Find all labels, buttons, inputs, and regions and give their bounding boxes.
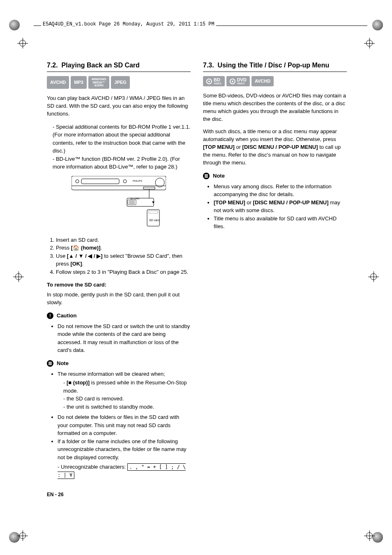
svg-rect-6 (143, 187, 155, 189)
remove-sd-text: In stop mode, gently push in the SD card… (47, 291, 191, 307)
list-item: BD-Live™ function (BD-ROM ver. 2 Profile… (53, 155, 191, 171)
badge-dvd: DVDVIDEO (226, 76, 250, 86)
note-heading: Note (47, 360, 191, 367)
print-mark-icon (9, 20, 20, 30)
title-rule (203, 72, 347, 72)
section-number: 7.3. (203, 62, 214, 69)
print-mark-icon (372, 20, 383, 30)
note-text: If a folder or file name includes one of… (58, 438, 187, 460)
remove-sd-title: To remove the SD card: (47, 282, 191, 288)
note-heading: Note (203, 173, 347, 179)
footer-sep: - (54, 492, 58, 497)
format-badges: BDVIDEO DVDVIDEO AVCHD (203, 76, 347, 86)
list-item: Title menu is also available for SD card… (214, 215, 347, 231)
list-item: Use [▲ / ▼ / ◀ / ▶] to select "Browse SD… (56, 252, 191, 268)
svg-rect-17 (149, 211, 158, 213)
badge-avchd: AVCHD (251, 76, 274, 86)
registration-mark-icon (364, 530, 375, 541)
svg-text:SD CARD: SD CARD (130, 197, 140, 200)
title-rule (47, 72, 191, 72)
caution-icon: ! (47, 312, 53, 319)
registration-mark-icon (17, 38, 28, 49)
note-list: Menus vary among discs. Refer to the inf… (203, 183, 347, 231)
registration-mark-icon (364, 38, 375, 49)
section-number: 7.2. (47, 62, 58, 69)
svg-rect-0 (71, 176, 166, 190)
steps-list: Insert an SD card. Press [🏠 (home)]. Use… (47, 236, 191, 276)
list-item: Special additional contents for BD-ROM P… (53, 123, 191, 155)
section-heading: Using the Title / Disc / Pop-up Menu (218, 62, 330, 69)
list-item: Do not delete the folders or files in th… (58, 413, 191, 437)
note-icon (47, 360, 53, 367)
bold-text: [TOP MENU] (203, 144, 235, 150)
section-heading: Playing Back an SD Card (62, 62, 140, 69)
list-item: Insert an SD card. (56, 236, 191, 244)
list-item: The resume information will be cleared w… (58, 370, 191, 411)
registration-mark-icon (13, 271, 24, 282)
note-icon (203, 173, 210, 179)
badge-jpeg: JPEG (111, 76, 129, 89)
format-badges: AVCHD MP3 WINDOWSMEDIA™AUDIO JPEG (47, 76, 191, 89)
badge-wma: WINDOWSMEDIA™AUDIO (88, 76, 109, 89)
list-item: the unit is switched to standby mode. (63, 403, 191, 411)
intro-text: You can play back AVCHD / MP3 / WMA / JP… (47, 95, 191, 118)
badge-mp3: MP3 (71, 76, 87, 89)
note-label: Note (57, 360, 69, 366)
caution-label: Caution (57, 312, 76, 319)
list-item: Follow steps 2 to 3 in "Playing Back a D… (56, 268, 191, 276)
svg-point-1 (76, 180, 79, 183)
list-item: [TOP MENU] or [DISC MENU / POP-UP MENU] … (214, 199, 347, 215)
disc-icon (230, 79, 235, 84)
registration-mark-icon (17, 530, 28, 541)
list-item: If a folder or file name includes one of… (58, 437, 191, 479)
footer-page: 26 (58, 492, 63, 497)
note-list: The resume information will be cleared w… (47, 370, 191, 479)
unrecognizable-label: - Unrecognizable characters: (58, 464, 127, 470)
list-item: [■ (stop)] is pressed while in the Resum… (63, 379, 191, 395)
right-column: 7.3. Using the Title / Disc / Pop-up Men… (203, 62, 347, 484)
list-item: Do not remove the SD card or switch the … (58, 322, 191, 354)
text: or (235, 144, 242, 150)
left-column: 7.2. Playing Back an SD Card AVCHD MP3 W… (47, 62, 191, 484)
registration-mark-icon (368, 271, 379, 282)
list-item: Press [🏠 (home)]. (56, 244, 191, 252)
bold-text: [DISC MENU / POP-UP MENU] (242, 144, 318, 150)
caution-heading: ! Caution (47, 312, 191, 319)
badge-avchd: AVCHD (47, 76, 69, 89)
list-item: Menus vary among discs. Refer to the inf… (214, 183, 347, 199)
svg-point-3 (123, 180, 127, 183)
page-footer: EN - 26 (47, 492, 64, 497)
section-title: 7.3. Using the Title / Disc / Pop-up Men… (203, 62, 347, 69)
note-label: Note (213, 173, 225, 179)
list-item: the SD card is removed. (63, 395, 191, 403)
svg-text:SD card: SD card (149, 219, 159, 222)
body-text: Some BD-videos, DVD-videos or AVCHD file… (203, 92, 347, 123)
disc-icon (206, 79, 212, 84)
svg-text:PHILIPS: PHILIPS (133, 180, 142, 182)
device-figure: PHILIPS SD CARD SD card (47, 176, 191, 229)
text: With such discs, a title menu or a disc … (203, 128, 337, 142)
svg-marker-15 (152, 201, 154, 204)
caution-list: Do not remove the SD card or switch the … (47, 322, 191, 354)
print-header-text: E5AQ4UD_EN_v1.book Page 26 Monday, Augus… (41, 21, 216, 27)
home-icon: 🏠 (73, 245, 79, 251)
feature-list: Special additional contents for BD-ROM P… (47, 123, 191, 171)
section-title: 7.2. Playing Back an SD Card (47, 62, 191, 69)
badge-bd: BDVIDEO (203, 76, 225, 86)
body-text: With such discs, a title menu or a disc … (203, 128, 347, 166)
footer-lang: EN (47, 492, 54, 497)
svg-rect-2 (81, 179, 119, 184)
note-text: The resume information will be cleared w… (58, 371, 165, 377)
